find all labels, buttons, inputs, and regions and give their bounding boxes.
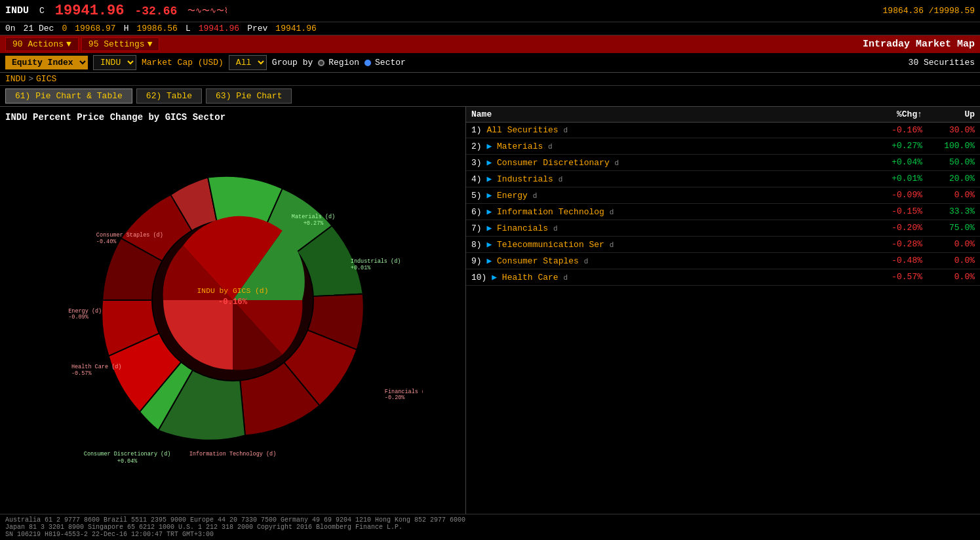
label-materials-val: +0.27% — [304, 220, 324, 227]
footer-line3: SN 106219 H819-4553-2 22-Dec-16 12:00:47… — [5, 531, 975, 538]
col-header-name: Name — [471, 109, 857, 119]
cell-up-2: 50.0% — [922, 157, 975, 168]
expand-icon-9[interactable]: ▶ — [492, 273, 497, 282]
label-consumer-staples-val: -0.40% — [96, 239, 117, 245]
table-row[interactable]: 9) ▶ Consumer Staples d-0.48%0.0% — [466, 253, 980, 269]
all-select[interactable]: All — [229, 55, 267, 70]
table-row[interactable]: 6) ▶ Information Technolog d-0.15%33.3% — [466, 204, 980, 220]
cell-pct-3: +0.01% — [857, 174, 922, 184]
settings-button[interactable]: 95 Settings ▼ — [81, 37, 160, 51]
settings-label: 95 Settings — [88, 39, 145, 49]
tab-table[interactable]: 62) Table — [136, 88, 202, 104]
expand-icon-6[interactable]: ▶ — [486, 223, 492, 233]
cell-name-2: 3) ▶ Consumer Discretionary d — [471, 157, 857, 168]
indu-select[interactable]: INDU — [93, 55, 136, 70]
pie-chart-svg: INDU by GICS (d) -0.16% Materials (d) +0… — [43, 126, 423, 474]
ticker-price: 19941.96 — [55, 3, 125, 19]
label-healthcare-val: -0.57% — [71, 370, 92, 377]
actions-button[interactable]: 90 Actions ▼ — [5, 37, 79, 51]
expand-icon-4[interactable]: ▶ — [486, 191, 492, 201]
footer: Australia 61 2 9777 8600 Brazil 5511 239… — [0, 514, 980, 540]
cell-up-7: 0.0% — [922, 239, 975, 250]
tab-pie-table[interactable]: 61) Pie Chart & Table — [5, 88, 132, 104]
cell-up-6: 75.0% — [922, 223, 975, 233]
table-row[interactable]: 5) ▶ Energy d-0.09%0.0% — [466, 187, 980, 204]
label-financials-val: -0.20% — [385, 395, 406, 401]
cell-up-8: 0.0% — [922, 256, 975, 266]
group-by-label: Group by — [272, 58, 313, 68]
ticker-bar: INDU C 19941.96 -32.66 〜∿〜∿〜⌇ 19864.36 /… — [0, 0, 980, 22]
cell-name-1: 2) ▶ Materials d — [471, 141, 857, 151]
table-header: Name %Chg↑ Up — [466, 107, 980, 123]
sector-label: Sector — [375, 58, 406, 68]
cell-pct-4: -0.09% — [857, 190, 922, 201]
table-row[interactable]: 3) ▶ Consumer Discretionary d+0.04%50.0% — [466, 155, 980, 171]
label-materials: Materials (d) — [292, 214, 335, 220]
row-d-0: d — [563, 126, 568, 134]
table-row[interactable]: 1) All Securities d-0.16%30.0% — [466, 123, 980, 138]
row-d-8: d — [584, 258, 589, 265]
cell-name-6: 7) ▶ Financials d — [471, 223, 857, 233]
row-d-5: d — [610, 208, 614, 216]
table-row[interactable]: 2) ▶ Materials d+0.27%100.0% — [466, 138, 980, 155]
main-content: INDU Percent Price Change by GICS Sector — [0, 107, 980, 540]
actions-label: 90 Actions — [12, 39, 64, 49]
h-label: H — [124, 24, 129, 33]
center-value: -0.16% — [218, 298, 248, 307]
expand-icon-7[interactable]: ▶ — [486, 240, 492, 250]
center-label: INDU by GICS (d) — [197, 287, 269, 295]
expand-icon-8[interactable]: ▶ — [486, 256, 492, 266]
chart-area: INDU Percent Price Change by GICS Sector — [0, 107, 465, 540]
row-num-5: 6) — [471, 207, 482, 217]
cell-up-9: 0.0% — [922, 272, 975, 282]
breadcrumb-separator: > — [28, 74, 33, 84]
group-by-sector[interactable]: Sector — [364, 58, 406, 68]
cell-up-5: 33.3% — [922, 206, 975, 217]
table-row[interactable]: 8) ▶ Telecommunication Ser d-0.28%0.0% — [466, 237, 980, 253]
col-header-pct: %Chg↑ — [857, 109, 922, 119]
cell-pct-5: -0.15% — [857, 206, 922, 217]
breadcrumb-current: GICS — [36, 74, 56, 84]
footer-line1: Australia 61 2 9777 8600 Brazil 5511 239… — [5, 516, 975, 524]
tab-pie-chart[interactable]: 63) Pie Chart — [206, 88, 292, 104]
intraday-title: Intraday Market Map — [863, 39, 975, 50]
expand-icon-5[interactable]: ▶ — [486, 207, 492, 217]
cell-pct-9: -0.57% — [857, 272, 922, 282]
row-name-3: Industrials — [497, 174, 553, 184]
table-row[interactable]: 10) ▶ Health Care d-0.57%0.0% — [466, 269, 980, 286]
expand-icon-1[interactable]: ▶ — [486, 142, 492, 151]
actions-bar: 90 Actions ▼ 95 Settings ▼ Intraday Mark… — [0, 35, 980, 53]
cell-name-9: 10) ▶ Health Care d — [471, 272, 857, 282]
row-d-3: d — [559, 176, 563, 183]
equity-index-select[interactable]: Equity Index — [5, 56, 88, 69]
cell-pct-2: +0.04% — [857, 157, 922, 168]
ticker-symbol: INDU — [5, 5, 29, 16]
cell-name-5: 6) ▶ Information Technolog d — [471, 206, 857, 217]
expand-icon-2[interactable]: ▶ — [486, 158, 492, 168]
row-name-5: Information Technolog — [497, 207, 604, 217]
row-name-1: Materials — [497, 142, 543, 151]
table-row[interactable]: 7) ▶ Financials d-0.20%75.0% — [466, 220, 980, 237]
row-num-3: 4) — [471, 174, 482, 184]
label-consumer-disc: Consumer Discretionary (d) — [84, 451, 171, 457]
label-healthcare: Health Care (d) — [71, 364, 122, 370]
expand-icon-3[interactable]: ▶ — [486, 174, 492, 184]
table-row[interactable]: 4) ▶ Industrials d+0.01%20.0% — [466, 171, 980, 187]
cell-name-0: 1) All Securities d — [471, 125, 857, 135]
breadcrumb-root[interactable]: INDU — [5, 74, 26, 84]
prev-val: 19941.96 — [275, 24, 316, 33]
region-radio[interactable] — [318, 60, 324, 66]
l-val: 19941.96 — [199, 24, 239, 33]
row-d-2: d — [615, 159, 619, 167]
cell-pct-1: +0.27% — [857, 141, 922, 151]
cell-name-7: 8) ▶ Telecommunication Ser d — [471, 239, 857, 250]
sector-radio[interactable] — [364, 60, 371, 66]
row-name-7: Telecommunication Ser — [497, 240, 604, 250]
row-name-2: Consumer Discretionary — [497, 158, 610, 168]
row-num-1: 2) — [471, 142, 482, 151]
row-d-7: d — [610, 241, 614, 249]
table-rows: 1) All Securities d-0.16%30.0%2) ▶ Mater… — [466, 123, 980, 286]
settings-dropdown-icon: ▼ — [147, 39, 153, 49]
label-industrials: Industrials (d) — [351, 258, 401, 265]
group-by-region[interactable]: Region — [318, 58, 359, 68]
